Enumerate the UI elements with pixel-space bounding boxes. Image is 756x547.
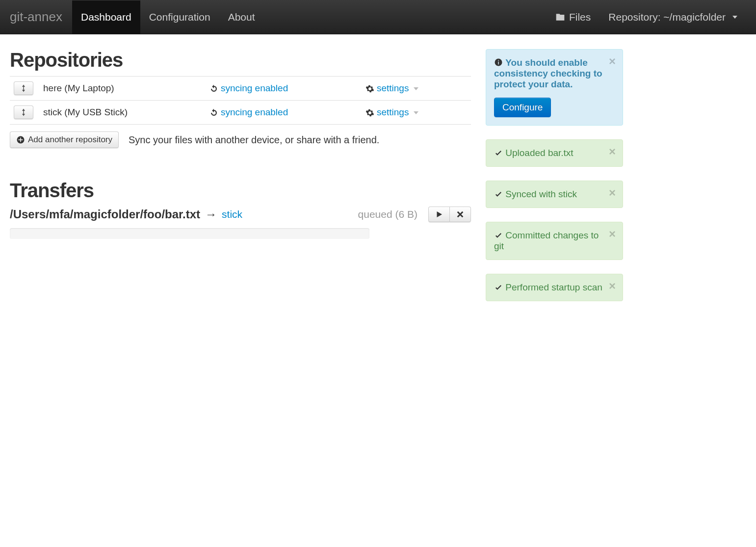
check-icon <box>494 149 503 158</box>
close-alert-button[interactable]: × <box>609 55 616 67</box>
sync-toggle[interactable]: syncing enabled <box>209 107 288 117</box>
table-row: stick (My USB Stick) syncing enabled set… <box>10 101 471 125</box>
play-button[interactable] <box>428 207 450 222</box>
success-alert: × Synced with stick <box>486 181 623 208</box>
gear-icon <box>365 84 374 93</box>
add-repository-hint: Sync your files with another device, or … <box>129 134 379 146</box>
navbar: git-annex Dashboard Configuration About … <box>0 0 756 34</box>
chevron-down-icon <box>732 16 737 19</box>
refresh-icon <box>209 108 218 117</box>
brand: git-annex <box>10 9 72 25</box>
close-alert-button[interactable]: × <box>609 280 616 292</box>
close-alert-button[interactable]: × <box>609 228 616 240</box>
repo-name: stick (My USB Stick) <box>39 101 206 125</box>
repositories-heading: Repositories <box>10 49 471 71</box>
settings-dropdown[interactable]: settings <box>365 83 418 93</box>
folder-icon <box>555 12 565 22</box>
repository-label: Repository: ~/magicfolder <box>608 11 726 23</box>
success-alert-text: Performed startup scan <box>505 282 602 292</box>
transfer-progress <box>10 228 369 239</box>
reorder-button[interactable] <box>14 81 33 95</box>
updown-arrow-icon <box>19 84 28 93</box>
close-icon <box>456 210 465 219</box>
check-icon <box>494 232 503 240</box>
tab-configuration[interactable]: Configuration <box>140 0 219 34</box>
success-alert: × Committed changes to git <box>486 222 623 260</box>
close-alert-button[interactable]: × <box>609 146 616 157</box>
tab-about[interactable]: About <box>219 0 264 34</box>
repositories-table: here (My Laptop) syncing enabled setting… <box>10 76 471 125</box>
settings-label: settings <box>377 107 409 117</box>
check-icon <box>494 190 503 199</box>
settings-dropdown[interactable]: settings <box>365 107 418 117</box>
transfer-path: /Users/mfa/magicfolder/foo/bar.txt <box>10 208 200 221</box>
transfer-item: /Users/mfa/magicfolder/foo/bar.txt→stick… <box>10 207 471 222</box>
tab-dashboard[interactable]: Dashboard <box>72 0 140 34</box>
add-repository-label: Add another repository <box>28 135 112 145</box>
chevron-down-icon <box>414 87 418 90</box>
plus-circle-icon <box>16 135 25 144</box>
configure-button[interactable]: Configure <box>494 98 551 117</box>
check-icon <box>494 284 503 292</box>
gear-icon <box>365 108 374 117</box>
sync-toggle[interactable]: syncing enabled <box>209 83 288 93</box>
sync-label: syncing enabled <box>221 107 288 117</box>
nav-tabs: Dashboard Configuration About <box>72 0 264 34</box>
refresh-icon <box>209 84 218 93</box>
close-alert-button[interactable]: × <box>609 187 616 199</box>
success-alert-text: Uploaded bar.txt <box>505 148 573 158</box>
updown-arrow-icon <box>19 108 28 117</box>
info-alert-text: You should enable consistency checking t… <box>494 57 602 89</box>
table-row: here (My Laptop) syncing enabled setting… <box>10 77 471 101</box>
chevron-down-icon <box>414 111 418 114</box>
info-icon <box>494 58 503 67</box>
play-icon <box>435 210 443 219</box>
settings-label: settings <box>377 83 409 93</box>
arrow-icon: → <box>205 208 217 221</box>
success-alert: × Uploaded bar.txt <box>486 139 623 167</box>
success-alert: × Performed startup scan <box>486 274 623 301</box>
success-alert-text: Committed changes to git <box>494 230 599 251</box>
info-alert: × You should enable consistency checking… <box>486 49 623 126</box>
transfer-status: queued (6 B) <box>358 208 423 220</box>
transfers-heading: Transfers <box>10 180 471 202</box>
success-alert-text: Synced with stick <box>505 189 577 199</box>
files-label: Files <box>569 11 591 23</box>
repository-dropdown[interactable]: Repository: ~/magicfolder <box>600 11 746 23</box>
repo-name: here (My Laptop) <box>39 77 206 101</box>
reorder-button[interactable] <box>14 105 33 119</box>
files-link[interactable]: Files <box>547 11 600 23</box>
add-repository-button[interactable]: Add another repository <box>10 131 119 148</box>
transfer-destination[interactable]: stick <box>222 208 242 220</box>
cancel-button[interactable] <box>450 207 471 222</box>
sync-label: syncing enabled <box>221 83 288 93</box>
